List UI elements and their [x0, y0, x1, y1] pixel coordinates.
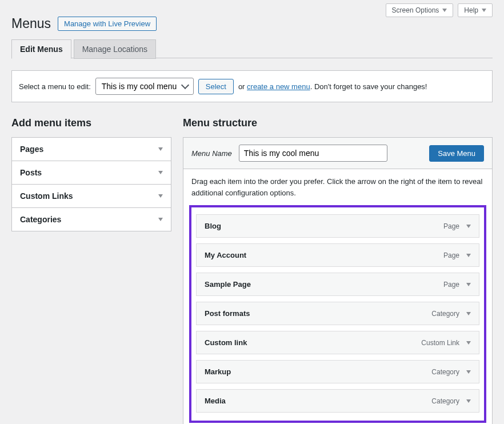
menu-item-type: Page — [443, 251, 459, 259]
select-menu-label: Select a menu to edit: — [19, 82, 91, 91]
tab-manage-locations[interactable]: Manage Locations — [74, 39, 156, 59]
chevron-down-icon — [158, 218, 163, 221]
accordion-item-categories[interactable]: Categories — [12, 208, 171, 231]
menu-item-type: Category — [431, 310, 459, 318]
menu-item-type: Custom Link — [421, 339, 459, 347]
menu-item[interactable]: Blog Page — [196, 214, 479, 238]
manage-live-preview-button[interactable]: Manage with Live Preview — [58, 17, 157, 31]
menu-item-title: Sample Page — [205, 280, 251, 289]
chevron-down-icon — [482, 9, 486, 12]
menu-item[interactable]: Media Category — [196, 389, 479, 413]
menu-help-text: Drag each item into the order you prefer… — [183, 169, 492, 205]
chevron-down-icon — [442, 9, 447, 12]
chevron-down-icon[interactable] — [466, 225, 471, 228]
menu-item[interactable]: Custom link Custom Link — [196, 331, 479, 354]
accordion-label: Pages — [20, 145, 43, 154]
menu-item-type: Category — [431, 368, 459, 376]
help-label: Help — [464, 6, 478, 14]
chevron-down-icon[interactable] — [466, 312, 471, 315]
help-button[interactable]: Help — [458, 3, 493, 17]
accordion-label: Posts — [20, 168, 42, 177]
accordion-item-pages[interactable]: Pages — [12, 138, 171, 161]
menu-name-label: Menu Name — [191, 149, 232, 158]
chevron-down-icon — [158, 147, 163, 151]
chevron-down-icon[interactable] — [466, 399, 471, 403]
select-button[interactable]: Select — [198, 79, 234, 94]
menu-item-type: Page — [443, 281, 459, 289]
menu-item[interactable]: Markup Category — [196, 360, 479, 383]
tab-edit-menus[interactable]: Edit Menus — [11, 39, 71, 59]
chevron-down-icon — [158, 171, 163, 174]
menu-structure-panel: Menu Name Save Menu Drag each item into … — [183, 137, 493, 424]
accordion-label: Categories — [20, 215, 61, 224]
menu-item[interactable]: Sample Page Page — [196, 273, 479, 296]
chevron-down-icon[interactable] — [466, 283, 471, 286]
menu-item-title: Media — [205, 397, 226, 405]
menu-name-input[interactable] — [239, 145, 387, 162]
chevron-down-icon[interactable] — [466, 254, 471, 257]
add-menu-items-heading: Add menu items — [11, 117, 171, 129]
menu-item-title: Custom link — [205, 338, 247, 347]
select-or-text: or create a new menu. Don't forget to sa… — [238, 82, 427, 91]
menu-items-highlight: Blog Page My Account Page Sample Page — [189, 205, 486, 423]
save-menu-button[interactable]: Save Menu — [429, 145, 484, 162]
chevron-down-icon[interactable] — [466, 341, 471, 345]
menu-item-title: Markup — [205, 367, 231, 376]
accordion-label: Custom Links — [20, 191, 73, 201]
menu-structure-heading: Menu structure — [183, 117, 493, 129]
accordion: Pages Posts Custom Links Categories — [11, 137, 171, 231]
screen-options-label: Screen Options — [392, 6, 439, 14]
menu-item-title: Post formats — [205, 309, 250, 318]
page-title: Menus — [11, 16, 51, 31]
menu-item-title: My Account — [205, 251, 246, 259]
menu-item-type: Category — [431, 397, 459, 405]
menu-select-panel: Select a menu to edit: This is my cool m… — [11, 70, 493, 102]
chevron-down-icon — [158, 194, 163, 198]
menu-item-type: Page — [443, 222, 459, 230]
menu-item[interactable]: Post formats Category — [196, 302, 479, 325]
accordion-item-custom-links[interactable]: Custom Links — [12, 185, 171, 208]
menu-item-title: Blog — [205, 222, 221, 230]
create-new-menu-link[interactable]: create a new menu — [247, 82, 310, 91]
menu-item[interactable]: My Account Page — [196, 243, 479, 267]
chevron-down-icon[interactable] — [466, 370, 471, 374]
accordion-item-posts[interactable]: Posts — [12, 161, 171, 185]
screen-options-button[interactable]: Screen Options — [386, 3, 454, 17]
menu-dropdown[interactable]: This is my cool menu — [95, 78, 194, 95]
